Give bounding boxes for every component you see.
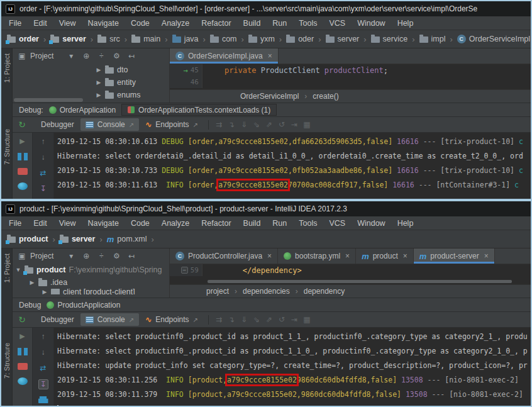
project-dropdown-caret-icon[interactable]: ▾ [66,252,76,260]
breadcrumb-item-src[interactable]: src [97,35,120,43]
run-config[interactable]: OrderApplication [49,106,116,114]
breadcrumb-item-server[interactable]: server [50,35,86,43]
evaluate-expression-icon[interactable]: ▦ [302,315,312,324]
tool-button-project[interactable]: 1: Project [3,53,11,82]
scroll-down-button[interactable]: ↓ [38,348,48,357]
close-icon[interactable]: × [484,252,489,260]
tool-button-structure[interactable]: 7: Structure [3,129,11,165]
debug-tab-debugger[interactable]: Debugger [36,313,79,326]
menu-item-file[interactable]: File [9,219,21,228]
breadcrumb-item-server[interactable]: server [60,235,96,243]
project-dropdown-caret-icon[interactable]: ▾ [66,52,76,60]
editor-breadcrumb-item[interactable]: project [206,287,229,296]
settings-gear-icon[interactable]: ⚙ [111,52,121,60]
breadcrumb-item-java[interactable]: java [172,35,199,43]
code-area-order[interactable]: →45 private ProductClient productClient;… [170,64,531,89]
editor-tab-productcontroller-java[interactable]: CProductController.java× [170,248,278,264]
run-to-cursor-icon[interactable]: ⇥ [289,315,299,324]
code-line[interactable]: 46 [170,76,531,88]
tree-item-product[interactable]: ▼product F:\yexinming\github\Spring [13,264,169,276]
code-line[interactable]: →45 private ProductClient productClient; [170,64,531,76]
menu-item-tools[interactable]: Tools [299,19,317,28]
editor-tab-product-server[interactable]: mproduct-server× [414,248,495,264]
breadcrumb-item-oder[interactable]: oder [286,35,314,43]
force-step-into-icon[interactable]: ⇘ [252,315,262,324]
show-execution-point-icon[interactable]: ⇉ [214,315,224,324]
collapse-all-icon[interactable]: ÷ [96,252,106,260]
console-output-product[interactable]: Hibernate: select productinf0_.product_i… [54,328,531,406]
tree-expand-arrow-icon[interactable]: ▶ [96,79,102,86]
hide-panel-icon[interactable]: ↤ [126,52,136,60]
resume-button[interactable]: ▶ [18,137,28,145]
locate-file-icon[interactable]: ⊕ [81,52,91,60]
hide-panel-icon[interactable]: ↤ [126,252,136,260]
menu-item-view[interactable]: View [59,19,76,28]
resume-button[interactable]: ▶ [18,332,28,340]
step-into-icon[interactable]: ⇓ [239,315,249,324]
soft-wrap-button[interactable]: ⇄ [38,169,48,177]
menu-item-edit[interactable]: Edit [33,219,47,228]
project-panel-selector[interactable]: ▣ Project [17,252,53,260]
tree-item-client-product-client-[interactable]: ▶client [product-client] [13,289,169,294]
menu-item-window[interactable]: Window [357,219,385,228]
menu-item-code[interactable]: Code [131,219,150,228]
console-output-order[interactable]: 2019-12-15 08:30:10.613 DEBUG [order,a79… [54,133,531,199]
editor-breadcrumb-item[interactable]: dependencies [243,287,290,296]
pause-button[interactable] [18,153,28,160]
pause-button[interactable] [18,348,28,355]
close-icon[interactable]: × [403,252,407,260]
menu-item-vcs[interactable]: VCS [329,19,345,28]
rerun-button[interactable]: ↻ [17,315,27,325]
scroll-down-button[interactable]: ↓ [38,153,48,162]
menu-item-help[interactable]: Help [397,19,414,28]
debug-tab-endpoints[interactable]: ∿Endpoints↗ [140,313,203,326]
tree-expand-arrow-icon[interactable]: ▶ [96,67,102,73]
run-to-cursor-icon[interactable]: ⇥ [289,120,299,129]
drop-frame-icon[interactable]: ↺ [277,120,287,129]
tool-button-structure[interactable]: 7: Structure [3,343,11,379]
breadcrumb-item-main[interactable]: main [131,35,160,43]
breadcrumb-item-service[interactable]: service [371,35,408,43]
step-out-icon[interactable]: ⇗ [264,315,274,324]
breadcrumb-item-yxm[interactable]: yxm [248,35,275,43]
breadcrumb-item-product[interactable]: product [7,235,48,243]
menu-item-navigate[interactable]: Navigate [88,19,119,28]
menu-item-run[interactable]: Run [272,19,287,28]
settings-gear-icon[interactable]: ⚙ [111,252,121,260]
menu-item-help[interactable]: Help [397,219,414,228]
debug-tab-console[interactable]: Console↗ [80,118,139,131]
menu-item-build[interactable]: Build [243,19,261,28]
collapse-all-icon[interactable]: ÷ [96,52,106,60]
editor-breadcrumb-item[interactable]: dependency [304,287,345,296]
stop-button[interactable] [18,168,28,175]
editor-tab-bootstrap-yml[interactable]: bootstrap.yml× [278,248,356,264]
editor-breadcrumb-item[interactable]: OrderServiceImpl [240,92,299,101]
rerun-button[interactable]: ↻ [17,120,27,130]
print-button[interactable] [38,396,48,403]
menu-item-edit[interactable]: Edit [33,19,47,28]
debug-tab-endpoints[interactable]: ∿Endpoints↗ [140,118,203,131]
menu-item-file[interactable]: File [9,19,21,28]
project-tree-hscrollbar[interactable] [14,98,83,102]
menu-item-vcs[interactable]: VCS [329,219,345,228]
stop-button[interactable] [18,363,28,370]
breadcrumb-item-order[interactable]: order [7,35,39,43]
code-area-product[interactable]: –59 </dependency> [170,264,531,279]
pin-tab-icon[interactable]: ↗ [129,316,134,323]
show-execution-point-icon[interactable]: ⇉ [214,120,224,129]
menu-item-refactor[interactable]: Refactor [201,19,231,28]
navigate-gutter-icon[interactable]: → [184,66,188,75]
breadcrumb-item-pom.xml[interactable]: mpom.xml [107,235,147,243]
menu-item-build[interactable]: Build [243,219,261,228]
breadcrumb-item-com[interactable]: com [210,35,237,43]
debug-tab-console[interactable]: Console↗ [80,313,139,326]
soft-wrap-button[interactable]: ⇄ [38,364,48,372]
breadcrumb-item-server[interactable]: server [326,35,360,43]
close-icon[interactable]: × [267,252,272,260]
project-panel-selector[interactable]: ▣ Project [17,52,53,60]
tree-item-dto[interactable]: ▶dto [13,64,169,76]
menu-item-navigate[interactable]: Navigate [88,219,119,228]
run-config[interactable]: ProductApplication [47,301,120,309]
menu-item-view[interactable]: View [59,219,76,228]
pin-tab-icon[interactable]: ↗ [193,121,198,128]
